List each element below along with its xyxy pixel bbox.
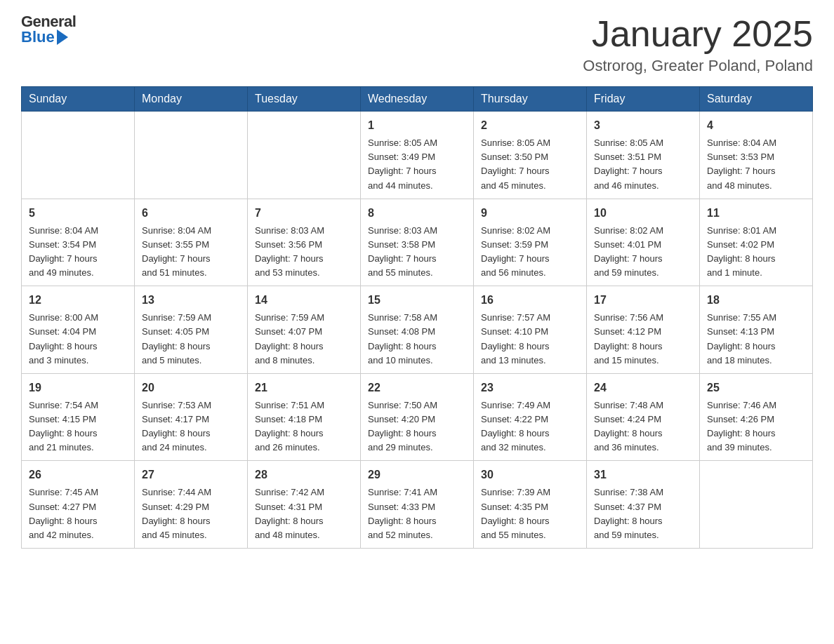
title-area: January 2025 Ostrorog, Greater Poland, P… [583, 14, 813, 75]
day-number: 21 [255, 380, 353, 396]
day-number: 17 [594, 292, 692, 309]
month-year-title: January 2025 [583, 14, 813, 54]
logo-triangle-icon [57, 29, 68, 45]
calendar-cell: 15Sunrise: 7:58 AMSunset: 4:08 PMDayligh… [361, 286, 474, 374]
day-number: 31 [594, 467, 692, 483]
day-info: Sunrise: 7:44 AMSunset: 4:29 PMDaylight:… [142, 485, 240, 542]
day-info: Sunrise: 7:49 AMSunset: 4:22 PMDaylight:… [481, 398, 579, 455]
day-number: 25 [707, 380, 805, 396]
calendar-cell [22, 112, 135, 199]
day-info: Sunrise: 7:38 AMSunset: 4:37 PMDaylight:… [594, 485, 692, 542]
week-row-4: 19Sunrise: 7:54 AMSunset: 4:15 PMDayligh… [22, 373, 813, 461]
day-info: Sunrise: 8:04 AMSunset: 3:54 PMDaylight:… [29, 224, 127, 281]
day-info: Sunrise: 8:05 AMSunset: 3:49 PMDaylight:… [368, 136, 466, 193]
day-info: Sunrise: 7:53 AMSunset: 4:17 PMDaylight:… [142, 398, 240, 455]
calendar-cell [135, 112, 248, 199]
calendar-cell: 5Sunrise: 8:04 AMSunset: 3:54 PMDaylight… [22, 199, 135, 286]
calendar-cell: 19Sunrise: 7:54 AMSunset: 4:15 PMDayligh… [22, 373, 135, 461]
day-number: 23 [481, 380, 579, 396]
calendar-cell: 27Sunrise: 7:44 AMSunset: 4:29 PMDayligh… [135, 461, 248, 549]
day-info: Sunrise: 8:04 AMSunset: 3:55 PMDaylight:… [142, 224, 240, 281]
calendar-cell: 17Sunrise: 7:56 AMSunset: 4:12 PMDayligh… [587, 286, 700, 374]
day-info: Sunrise: 8:02 AMSunset: 3:59 PMDaylight:… [481, 224, 579, 281]
day-info: Sunrise: 7:59 AMSunset: 4:07 PMDaylight:… [255, 311, 353, 368]
day-info: Sunrise: 8:03 AMSunset: 3:56 PMDaylight:… [255, 224, 353, 281]
weekday-header-sunday: Sunday [22, 87, 135, 112]
calendar-cell: 29Sunrise: 7:41 AMSunset: 4:33 PMDayligh… [361, 461, 474, 549]
weekday-header-monday: Monday [135, 87, 248, 112]
day-number: 16 [481, 292, 579, 309]
day-number: 10 [594, 205, 692, 222]
day-info: Sunrise: 7:50 AMSunset: 4:20 PMDaylight:… [368, 398, 466, 455]
day-number: 20 [142, 380, 240, 396]
calendar-cell: 1Sunrise: 8:05 AMSunset: 3:49 PMDaylight… [361, 112, 474, 199]
day-number: 27 [142, 467, 240, 483]
calendar-cell: 14Sunrise: 7:59 AMSunset: 4:07 PMDayligh… [248, 286, 361, 374]
weekday-header-thursday: Thursday [474, 87, 587, 112]
weekday-header-friday: Friday [587, 87, 700, 112]
header: General Blue January 2025 Ostrorog, Grea… [21, 14, 813, 75]
calendar-cell: 18Sunrise: 7:55 AMSunset: 4:13 PMDayligh… [700, 286, 813, 374]
logo-general-text: General [21, 14, 76, 29]
calendar-cell: 2Sunrise: 8:05 AMSunset: 3:50 PMDaylight… [474, 112, 587, 199]
day-number: 29 [368, 467, 466, 483]
weekday-header-row: SundayMondayTuesdayWednesdayThursdayFrid… [22, 87, 813, 112]
day-info: Sunrise: 8:01 AMSunset: 4:02 PMDaylight:… [707, 224, 805, 281]
weekday-header-wednesday: Wednesday [361, 87, 474, 112]
day-number: 24 [594, 380, 692, 396]
day-info: Sunrise: 8:02 AMSunset: 4:01 PMDaylight:… [594, 224, 692, 281]
day-info: Sunrise: 8:05 AMSunset: 3:50 PMDaylight:… [481, 136, 579, 193]
day-number: 13 [142, 292, 240, 309]
calendar-cell: 30Sunrise: 7:39 AMSunset: 4:35 PMDayligh… [474, 461, 587, 549]
day-info: Sunrise: 7:56 AMSunset: 4:12 PMDaylight:… [594, 311, 692, 368]
day-number: 5 [29, 205, 127, 222]
day-number: 9 [481, 205, 579, 222]
calendar-cell: 9Sunrise: 8:02 AMSunset: 3:59 PMDaylight… [474, 199, 587, 286]
day-info: Sunrise: 7:39 AMSunset: 4:35 PMDaylight:… [481, 485, 579, 542]
day-info: Sunrise: 8:03 AMSunset: 3:58 PMDaylight:… [368, 224, 466, 281]
day-number: 15 [368, 292, 466, 309]
day-number: 11 [707, 205, 805, 222]
weekday-header-tuesday: Tuesday [248, 87, 361, 112]
day-number: 26 [29, 467, 127, 483]
logo-blue-text: Blue [21, 29, 55, 45]
day-info: Sunrise: 7:54 AMSunset: 4:15 PMDaylight:… [29, 398, 127, 455]
day-info: Sunrise: 7:46 AMSunset: 4:26 PMDaylight:… [707, 398, 805, 455]
calendar-cell: 22Sunrise: 7:50 AMSunset: 4:20 PMDayligh… [361, 373, 474, 461]
calendar-cell: 24Sunrise: 7:48 AMSunset: 4:24 PMDayligh… [587, 373, 700, 461]
calendar-cell: 25Sunrise: 7:46 AMSunset: 4:26 PMDayligh… [700, 373, 813, 461]
calendar-cell: 11Sunrise: 8:01 AMSunset: 4:02 PMDayligh… [700, 199, 813, 286]
day-info: Sunrise: 7:58 AMSunset: 4:08 PMDaylight:… [368, 311, 466, 368]
day-number: 8 [368, 205, 466, 222]
day-info: Sunrise: 7:57 AMSunset: 4:10 PMDaylight:… [481, 311, 579, 368]
day-info: Sunrise: 7:55 AMSunset: 4:13 PMDaylight:… [707, 311, 805, 368]
day-number: 6 [142, 205, 240, 222]
calendar-cell: 12Sunrise: 8:00 AMSunset: 4:04 PMDayligh… [22, 286, 135, 374]
day-number: 2 [481, 117, 579, 134]
calendar-cell: 28Sunrise: 7:42 AMSunset: 4:31 PMDayligh… [248, 461, 361, 549]
day-number: 22 [368, 380, 466, 396]
day-info: Sunrise: 7:51 AMSunset: 4:18 PMDaylight:… [255, 398, 353, 455]
calendar-cell: 6Sunrise: 8:04 AMSunset: 3:55 PMDaylight… [135, 199, 248, 286]
day-info: Sunrise: 7:41 AMSunset: 4:33 PMDaylight:… [368, 485, 466, 542]
calendar-cell: 21Sunrise: 7:51 AMSunset: 4:18 PMDayligh… [248, 373, 361, 461]
logo-area: General Blue [21, 14, 76, 45]
day-info: Sunrise: 8:00 AMSunset: 4:04 PMDaylight:… [29, 311, 127, 368]
day-info: Sunrise: 8:05 AMSunset: 3:51 PMDaylight:… [594, 136, 692, 193]
calendar-cell: 23Sunrise: 7:49 AMSunset: 4:22 PMDayligh… [474, 373, 587, 461]
day-number: 14 [255, 292, 353, 309]
day-number: 30 [481, 467, 579, 483]
day-number: 3 [594, 117, 692, 134]
week-row-1: 1Sunrise: 8:05 AMSunset: 3:49 PMDaylight… [22, 112, 813, 199]
day-info: Sunrise: 7:48 AMSunset: 4:24 PMDaylight:… [594, 398, 692, 455]
day-number: 18 [707, 292, 805, 309]
calendar-cell: 31Sunrise: 7:38 AMSunset: 4:37 PMDayligh… [587, 461, 700, 549]
week-row-3: 12Sunrise: 8:00 AMSunset: 4:04 PMDayligh… [22, 286, 813, 374]
calendar-cell: 10Sunrise: 8:02 AMSunset: 4:01 PMDayligh… [587, 199, 700, 286]
calendar-cell: 8Sunrise: 8:03 AMSunset: 3:58 PMDaylight… [361, 199, 474, 286]
day-info: Sunrise: 8:04 AMSunset: 3:53 PMDaylight:… [707, 136, 805, 193]
calendar-cell [248, 112, 361, 199]
calendar-cell: 7Sunrise: 8:03 AMSunset: 3:56 PMDaylight… [248, 199, 361, 286]
calendar-cell: 3Sunrise: 8:05 AMSunset: 3:51 PMDaylight… [587, 112, 700, 199]
day-info: Sunrise: 7:59 AMSunset: 4:05 PMDaylight:… [142, 311, 240, 368]
